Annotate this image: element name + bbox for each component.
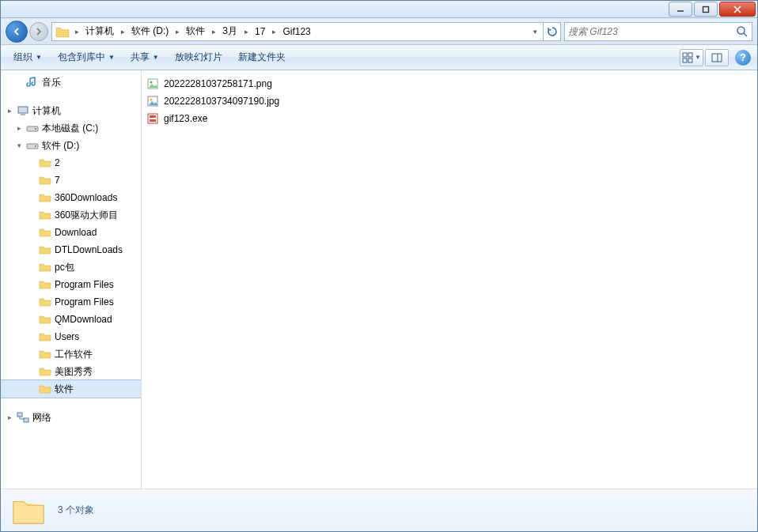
preview-pane-button[interactable] <box>705 49 729 66</box>
view-mode-button[interactable]: ▼ <box>680 49 703 66</box>
folder-icon <box>39 209 51 221</box>
sidebar-item-folder[interactable]: 7 <box>1 172 141 189</box>
svg-rect-18 <box>17 413 22 417</box>
sidebar: 音乐 ▸ 计算机 ▸ 本地磁盘 (C:) ▾ 软件 (D:) 27360Down… <box>1 70 142 489</box>
breadcrumb-segment[interactable]: 软件 (D:) <box>128 23 172 40</box>
file-item[interactable]: 2022228103734097190.jpg <box>145 92 754 110</box>
sidebar-item-label: 音乐 <box>42 76 61 89</box>
svg-rect-26 <box>150 119 156 122</box>
nav-buttons <box>6 21 48 43</box>
folder-icon <box>39 365 51 378</box>
toolbar-label: 新建文件夹 <box>238 51 286 64</box>
search-field[interactable] <box>568 26 736 37</box>
chevron-right-icon[interactable]: ▸ <box>172 23 183 40</box>
sidebar-item-label: Program Files <box>55 296 114 308</box>
svg-rect-6 <box>683 53 687 57</box>
sidebar-item-folder[interactable]: Users <box>1 328 141 345</box>
details-pane: 3 个对象 <box>1 489 757 531</box>
maximize-button[interactable] <box>694 2 718 17</box>
computer-icon <box>17 104 29 117</box>
sidebar-item-label: 360Downloads <box>55 192 117 203</box>
search-input[interactable] <box>564 22 752 41</box>
sidebar-item-folder[interactable]: Program Files <box>1 293 141 311</box>
folder-icon <box>39 226 51 239</box>
back-button[interactable] <box>6 21 28 43</box>
file-type-icon <box>146 95 159 108</box>
minimize-button[interactable] <box>669 2 692 17</box>
drive-icon <box>26 122 39 134</box>
chevron-down-icon[interactable]: ▾ <box>529 23 541 40</box>
sidebar-item-folder[interactable]: 360Downloads <box>1 189 141 206</box>
organize-menu[interactable]: 组织▼ <box>7 47 48 67</box>
breadcrumb-segment[interactable]: 17 <box>252 23 268 40</box>
chevron-right-icon[interactable]: ▸ <box>268 23 279 40</box>
file-item[interactable]: 20222281037258171.png <box>145 75 754 92</box>
sidebar-item-folder[interactable]: pc包 <box>1 258 141 276</box>
sidebar-item-drive-d[interactable]: ▾ 软件 (D:) <box>1 137 141 154</box>
folder-icon <box>39 313 51 326</box>
folder-icon <box>39 330 51 343</box>
main-area: 音乐 ▸ 计算机 ▸ 本地磁盘 (C:) ▾ 软件 (D:) 27360Down… <box>1 70 757 489</box>
file-type-icon <box>146 112 159 125</box>
sidebar-item-folder[interactable]: Download <box>1 224 141 241</box>
breadcrumb-segment[interactable]: Gif123 <box>279 23 313 40</box>
chevron-right-icon[interactable]: ▸ <box>208 23 219 40</box>
sidebar-item-label: Download <box>55 227 97 238</box>
help-button[interactable]: ? <box>735 50 751 66</box>
sidebar-item-folder[interactable]: 软件 <box>1 380 141 398</box>
svg-rect-12 <box>18 107 28 113</box>
titlebar <box>1 1 757 18</box>
chevron-right-icon[interactable]: ▸ <box>241 23 252 40</box>
toolbar: 组织▼ 包含到库中▼ 共享▼ 放映幻灯片 新建文件夹 ▼ ? <box>1 45 757 70</box>
chevron-right-icon[interactable]: ▸ <box>117 23 128 40</box>
sidebar-item-folder[interactable]: 2 <box>1 154 141 172</box>
folder-icon <box>39 191 51 204</box>
expand-icon[interactable]: ▸ <box>6 413 13 421</box>
breadcrumb-segment[interactable]: 计算机 <box>82 23 117 40</box>
sidebar-item-drive-c[interactable]: ▸ 本地磁盘 (C:) <box>1 119 141 137</box>
view-buttons: ▼ <box>680 49 729 66</box>
sidebar-item-folder[interactable]: Program Files <box>1 276 141 293</box>
file-item[interactable]: gif123.exe <box>145 110 754 127</box>
navbar: ▸ 计算机 ▸ 软件 (D:) ▸ 软件 ▸ 3月 ▸ 17 ▸ Gif123 … <box>1 18 757 45</box>
svg-point-23 <box>150 99 153 101</box>
forward-button[interactable] <box>29 22 48 41</box>
sidebar-item-label: 本地磁盘 (C:) <box>42 122 98 135</box>
expand-icon[interactable]: ▸ <box>15 124 23 132</box>
sidebar-item-label: DTLDownLoads <box>55 244 123 255</box>
collapse-icon[interactable]: ▾ <box>15 141 23 149</box>
sidebar-item-label: 360驱动大师目 <box>55 209 118 222</box>
chevron-right-icon[interactable]: ▸ <box>71 23 82 40</box>
new-folder-button[interactable]: 新建文件夹 <box>232 47 292 67</box>
file-type-icon <box>146 77 159 90</box>
share-menu[interactable]: 共享▼ <box>124 47 165 67</box>
sidebar-item-music[interactable]: 音乐 <box>1 74 141 91</box>
breadcrumb-segment[interactable]: 3月 <box>219 23 241 40</box>
slideshow-button[interactable]: 放映幻灯片 <box>169 47 229 67</box>
toolbar-label: 组织 <box>13 51 32 64</box>
svg-point-21 <box>150 81 153 84</box>
sidebar-item-folder[interactable]: 美图秀秀 <box>1 363 141 380</box>
svg-rect-10 <box>712 54 722 62</box>
folder-icon <box>39 174 51 187</box>
svg-point-17 <box>35 145 36 147</box>
refresh-button[interactable] <box>544 22 561 41</box>
sidebar-item-network[interactable]: ▸ 网络 <box>1 409 141 426</box>
search-icon[interactable] <box>736 25 749 38</box>
svg-point-4 <box>737 27 745 34</box>
sidebar-item-folder[interactable]: 360驱动大师目 <box>1 206 141 224</box>
sidebar-item-label: 软件 (D:) <box>42 139 79 153</box>
breadcrumb-segment[interactable]: 软件 <box>183 23 208 40</box>
sidebar-item-folder[interactable]: QMDownload <box>1 311 141 328</box>
file-list[interactable]: 20222281037258171.png2022228103734097190… <box>142 70 757 489</box>
include-library-menu[interactable]: 包含到库中▼ <box>51 47 121 67</box>
close-button[interactable] <box>719 2 756 17</box>
file-name: gif123.exe <box>164 113 207 124</box>
sidebar-item-folder[interactable]: DTLDownLoads <box>1 241 141 258</box>
expand-icon[interactable]: ▸ <box>6 107 13 115</box>
sidebar-item-folder[interactable]: 工作软件 <box>1 345 141 363</box>
breadcrumb[interactable]: ▸ 计算机 ▸ 软件 (D:) ▸ 软件 ▸ 3月 ▸ 17 ▸ Gif123 … <box>51 22 544 41</box>
folder-icon <box>39 261 51 274</box>
sidebar-item-computer[interactable]: ▸ 计算机 <box>1 102 141 119</box>
chevron-down-icon: ▼ <box>108 54 115 61</box>
